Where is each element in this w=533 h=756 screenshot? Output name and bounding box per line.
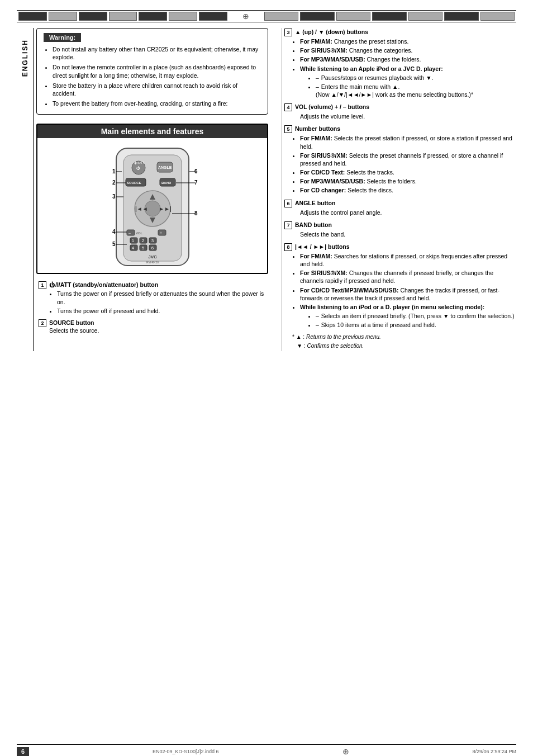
feature-desc-2: Selects the source. bbox=[49, 327, 99, 334]
bullet: For FM/AM: Changes the preset stations. bbox=[300, 37, 516, 45]
svg-text:4: 4 bbox=[112, 229, 116, 235]
language-label: ENGLISH bbox=[21, 39, 29, 77]
item-num-7: 7 bbox=[284, 221, 292, 229]
bar-seg bbox=[336, 12, 370, 21]
bar-seg bbox=[264, 12, 298, 21]
warning-box: Warning: Do not install any battery othe… bbox=[36, 28, 268, 115]
bold: While listening to an Apple iPod or a JV… bbox=[300, 65, 443, 72]
svg-text:►►|: ►►| bbox=[159, 206, 172, 212]
svg-text:5: 5 bbox=[141, 245, 144, 251]
dash-item: Pauses/stops or resumes playback with ▼. bbox=[316, 74, 516, 82]
item-header-3: 3 ▲ (up) / ▼ (down) buttons bbox=[284, 28, 516, 36]
svg-text:SOURCE: SOURCE bbox=[127, 181, 141, 185]
bullet: For FM/AM: Searches for stations if pres… bbox=[300, 252, 516, 268]
item-title-6: ANGLE button bbox=[295, 199, 335, 207]
bar-seg bbox=[300, 12, 334, 21]
item-title-4: VOL (volume) + / – buttons bbox=[295, 103, 369, 111]
bullet: For FM/AM: Selects the preset station if… bbox=[300, 134, 516, 150]
item-num-4: 4 bbox=[284, 103, 292, 111]
bold: For FM/AM: bbox=[300, 253, 332, 259]
item-desc-7: Selects the band. bbox=[284, 230, 516, 238]
bold: For SIRIUS®/XM: bbox=[300, 152, 348, 159]
page-container: ⊕ ENGLISH Warning: Do not insta bbox=[0, 10, 533, 756]
feature-list: 1 ⏻/I/ATT (standby/on/attenuator) button… bbox=[36, 281, 268, 334]
svg-text:JVC: JVC bbox=[148, 254, 157, 259]
bold: While listening to an iPod or a D. playe… bbox=[300, 304, 484, 310]
svg-text:2: 2 bbox=[112, 179, 116, 186]
warning-title: Warning: bbox=[44, 33, 81, 42]
bullet: For SIRIUS®/XM: Selects the preset chann… bbox=[300, 152, 516, 167]
bold: For SIRIUS®/XM: bbox=[300, 270, 348, 276]
svg-text:|◄◄: |◄◄ bbox=[135, 206, 148, 212]
item-title-3: ▲ (up) / ▼ (down) buttons bbox=[295, 28, 368, 36]
right-item-6: 6 ANGLE button Adjusts the control panel… bbox=[284, 199, 516, 216]
item-num-8: 8 bbox=[284, 243, 292, 251]
item-num-6: 6 bbox=[284, 200, 292, 207]
bullet: For MP3/WMA/SD/USB: Changes the folders. bbox=[300, 55, 516, 63]
bold: For MP3/WMA/SD/USB: bbox=[300, 56, 365, 63]
svg-text:ANGLE: ANGLE bbox=[158, 166, 172, 169]
right-column: 3 ▲ (up) / ▼ (down) buttons For FM/AM: C… bbox=[281, 28, 516, 351]
sidebar: ENGLISH bbox=[17, 28, 34, 351]
bar-seg bbox=[444, 12, 478, 21]
item-bullets-8: For FM/AM: Searches for stations if pres… bbox=[284, 252, 516, 329]
item-header-5: 5 Number buttons bbox=[284, 125, 516, 133]
item-num-5: 5 bbox=[284, 125, 292, 133]
right-item-7: 7 BAND button Selects the band. bbox=[284, 221, 516, 238]
item-title-7: BAND button bbox=[295, 221, 332, 229]
bold: For FM/AM: bbox=[300, 38, 332, 45]
dash-list-8: Selects an item if pressed briefly. (The… bbox=[300, 312, 516, 329]
svg-text:3: 3 bbox=[151, 238, 154, 243]
right-item-4: 4 VOL (volume) + / – buttons Adjusts the… bbox=[284, 103, 516, 120]
feature-bullet: Turns the power on if pressed briefly or… bbox=[57, 290, 266, 305]
svg-text:RM-RK50: RM-RK50 bbox=[146, 261, 159, 264]
svg-text:–: – bbox=[129, 231, 131, 235]
bullet: For SIRIUS®/XM: Changes the categories. bbox=[300, 46, 516, 54]
bold: For FM/AM: bbox=[300, 135, 332, 141]
footer-note: * ▲ : Returns to the previous menu. ▼ : … bbox=[284, 333, 516, 350]
columns: Warning: Do not install any battery othe… bbox=[36, 28, 516, 351]
svg-text:⏻/I/ATT: ⏻/I/ATT bbox=[134, 161, 144, 164]
item-num-3: 3 bbox=[284, 29, 292, 36]
bar-seg bbox=[169, 12, 197, 21]
bar-seg bbox=[79, 12, 107, 21]
svg-text:5: 5 bbox=[112, 241, 116, 247]
item-desc-4: Adjusts the volume level. bbox=[284, 112, 516, 120]
footer-date-info: 8/29/06 2:59:24 PM bbox=[472, 749, 516, 754]
bullet: For CD/CD Text/MP3/WMA/SD/USB: Changes t… bbox=[300, 286, 516, 302]
main-elements-title: Main elements and features bbox=[37, 125, 267, 138]
warning-item: To prevent the battery from over-heating… bbox=[53, 100, 261, 107]
bold: For MP3/WMA/SD/USB: bbox=[300, 178, 365, 185]
svg-text:6: 6 bbox=[151, 245, 154, 251]
bar-seg bbox=[408, 12, 442, 21]
bullet: For CD changer: Selects the discs. bbox=[300, 186, 516, 194]
footer-file-info: EN02-09_KD-S100[J]2.indd 6 bbox=[153, 749, 219, 754]
bold: For CD/CD Text/MP3/WMA/SD/USB: bbox=[300, 287, 399, 294]
feature-bullet: Turns the power off if pressed and held. bbox=[57, 307, 266, 315]
svg-text:3: 3 bbox=[112, 193, 116, 200]
bar-seg bbox=[109, 12, 137, 21]
feature-title-2: SOURCE button bbox=[49, 319, 94, 326]
dash-item: Selects an item if pressed briefly. (The… bbox=[316, 312, 516, 320]
svg-text:+: + bbox=[160, 231, 162, 235]
page-number: 6 bbox=[17, 747, 29, 756]
bottom-crosshair-icon: ⊕ bbox=[342, 747, 349, 756]
main-content: ENGLISH Warning: Do not install any batt… bbox=[17, 22, 516, 351]
note-text-1: Returns to the previous menu. bbox=[306, 334, 381, 340]
svg-text:4: 4 bbox=[131, 245, 134, 251]
item-header-8: 8 |◄◄ / ►►| buttons bbox=[284, 243, 516, 251]
warning-list: Do not install any battery other than CR… bbox=[44, 45, 261, 107]
footer-note-1: * ▲ : Returns to the previous menu. bbox=[292, 333, 516, 341]
item-header-7: 7 BAND button bbox=[284, 221, 516, 229]
item-header-4: 4 VOL (volume) + / – buttons bbox=[284, 103, 516, 111]
top-bar-left bbox=[17, 11, 229, 22]
bold: For SIRIUS®/XM: bbox=[300, 47, 348, 54]
feature-num-2: 2 bbox=[39, 319, 46, 327]
bar-seg bbox=[480, 12, 515, 21]
bar-seg bbox=[49, 12, 77, 21]
crosshair-icon: ⊕ bbox=[229, 11, 263, 22]
bullet: While listening to an Apple iPod or a JV… bbox=[300, 65, 516, 99]
bar-seg bbox=[372, 12, 406, 21]
note-text-2: Confirms the selection. bbox=[307, 343, 364, 349]
item-desc-6: Adjusts the control panel angle. bbox=[284, 209, 516, 216]
